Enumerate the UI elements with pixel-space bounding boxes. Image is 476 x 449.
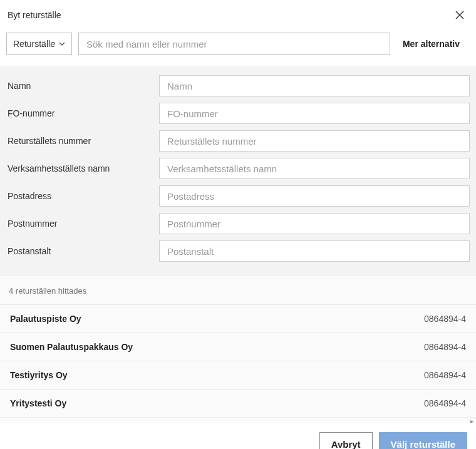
filter-input[interactable] (159, 103, 470, 124)
filter-label: Namn (6, 81, 159, 91)
close-button[interactable] (453, 9, 466, 21)
filter-row: Returställets nummer (6, 130, 470, 152)
result-id: 0864894-4 (424, 370, 466, 380)
filter-label: Verksamhetsställets namn (6, 163, 159, 173)
result-id: 0864894-4 (424, 342, 466, 352)
filter-row: Postanstalt (6, 240, 470, 262)
type-dropdown-label: Returställe (13, 39, 55, 49)
results-panel: 4 returställen hittades Palautuspiste Oy… (0, 276, 476, 423)
filters-panel: NamnFO-nummerReturställets nummerVerksam… (0, 66, 476, 276)
change-return-point-modal: Byt returställe Returställe Mer alternat… (0, 0, 476, 449)
result-name: Suomen Palautuspakkaus Oy (10, 342, 133, 352)
result-id: 0864894-4 (424, 314, 466, 324)
modal-title: Byt returställe (8, 10, 61, 20)
result-name: Palautuspiste Oy (10, 314, 81, 324)
filter-input[interactable] (159, 213, 470, 234)
close-icon (455, 10, 465, 20)
filter-label: FO-nummer (6, 108, 159, 118)
filter-row: Postnummer (6, 213, 470, 234)
filter-row: Namn (6, 75, 470, 96)
filter-input[interactable] (159, 240, 470, 262)
result-row[interactable]: Suomen Palautuspakkaus Oy0864894-4 (0, 333, 476, 361)
search-input[interactable] (78, 33, 390, 55)
chevron-down-icon (59, 41, 65, 47)
scroll-right-icon[interactable]: ▸ (470, 418, 473, 425)
filter-input[interactable] (159, 75, 470, 96)
result-row[interactable]: Palautuspiste Oy0864894-4 (0, 304, 476, 333)
modal-actions: Avbryt Välj returställe (0, 423, 476, 449)
filter-input[interactable] (159, 185, 470, 207)
type-dropdown[interactable]: Returställe (6, 33, 72, 55)
results-footer: ▸ (0, 417, 476, 423)
results-count: 4 returställen hittades (0, 276, 476, 304)
result-id: 0864894-4 (424, 398, 466, 408)
filter-row: Verksamhetsställets namn (6, 158, 470, 179)
filter-row: FO-nummer (6, 103, 470, 124)
filter-label: Postanstalt (6, 246, 159, 256)
modal-header: Byt returställe (0, 0, 476, 25)
filter-label: Returställets nummer (6, 136, 159, 146)
more-options-link[interactable]: Mer alternativ (396, 39, 470, 49)
filter-label: Postnummer (6, 219, 159, 229)
result-row[interactable]: Yritystesti Oy0864894-4 (0, 389, 476, 417)
filter-label: Postadress (6, 191, 159, 201)
result-row[interactable]: Testiyritys Oy0864894-4 (0, 361, 476, 389)
filter-input[interactable] (159, 158, 470, 179)
result-name: Testiyritys Oy (10, 370, 68, 380)
filter-row: Postadress (6, 185, 470, 207)
cancel-button[interactable]: Avbryt (319, 432, 373, 449)
result-name: Yritystesti Oy (10, 398, 66, 408)
select-button[interactable]: Välj returställe (379, 432, 467, 449)
search-row: Returställe Mer alternativ (0, 25, 476, 66)
filter-input[interactable] (159, 130, 470, 152)
